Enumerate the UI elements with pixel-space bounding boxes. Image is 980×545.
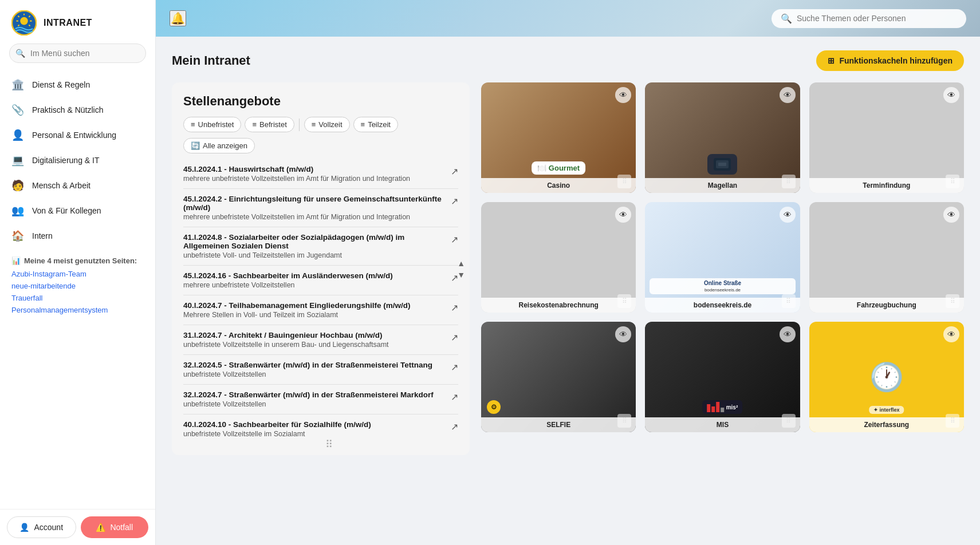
job-title: 40.l.2024.10 - Sachbearbeiter für Sozial… <box>183 420 371 429</box>
account-icon: 👤 <box>19 523 29 532</box>
job-info: 32.l.2024.5 - Straßenwärter (m/w/d) in d… <box>183 361 432 378</box>
svg-point-2 <box>20 17 28 25</box>
job-external-link-icon[interactable]: ↗ <box>451 196 458 207</box>
show-all-button[interactable]: 🔄 Alle anzeigen <box>183 138 255 153</box>
filter-btn-befristet[interactable]: ≡ Befristet <box>245 117 294 132</box>
topbar-search-input[interactable] <box>797 14 957 23</box>
tile-hide-button-selfie[interactable]: 👁 <box>615 326 631 342</box>
filter-icon: ≡ <box>252 120 257 129</box>
sidebar-search-wrap: 🔍 <box>9 44 146 63</box>
tile-magellan[interactable]: 👁 ⠿ Magellan <box>645 82 800 193</box>
sidebar-quick-link[interactable]: Azubi-Instagram-Team <box>11 268 144 279</box>
nav-icon-mensch: 🧑 <box>11 179 24 192</box>
job-subtitle: unbefristete Vollzeitstelle in unserem B… <box>183 341 389 349</box>
tile-hide-button-bodensee[interactable]: 👁 <box>780 207 796 223</box>
tile-casino[interactable]: 🍽️ Gourmet 👁 ⠿ Casino <box>481 82 636 193</box>
job-external-link-icon[interactable]: ↗ <box>451 332 458 343</box>
job-list-item: 45.l.2024.2 - Einrichtungsleitung für un… <box>183 189 458 227</box>
add-tile-label: Funktionskacheln hinzufügen <box>839 56 953 65</box>
sidebar-item-dienst[interactable]: 🏛️ Dienst & Regeln <box>0 72 155 97</box>
sidebar-item-personal[interactable]: 👤 Personal & Entwicklung <box>0 123 155 148</box>
sidebar-section-title: 📊 Meine 4 meist genutzten Seiten: <box>11 256 144 265</box>
job-subtitle: Mehrere Stellen in Voll- und Teilzeit im… <box>183 311 411 319</box>
add-tile-button[interactable]: ⊞ Funktionskacheln hinzufügen <box>816 50 964 71</box>
job-title: 32.l.2024.5 - Straßenwärter (m/w/d) in d… <box>183 361 432 369</box>
job-external-link-icon[interactable]: ↗ <box>451 302 458 313</box>
tile-hide-button-reisekostenabrechnung[interactable]: 👁 <box>615 207 631 223</box>
tile-label-zeiterfassung: Zeiterfassung <box>809 417 964 432</box>
tiles-grid: 🍽️ Gourmet 👁 ⠿ Casino 👁 ⠿ Magellan 👁 ⠿ T… <box>481 82 964 432</box>
tile-label-mis: MIS <box>645 417 800 432</box>
job-subtitle: mehrere unbefristete Vollzeitstellen im … <box>183 213 446 221</box>
job-external-link-icon[interactable]: ↗ <box>451 392 458 402</box>
job-list-item: 32.l.2024.7 - Straßenwärter (m/w/d) in d… <box>183 385 458 414</box>
app-name: INTRANET <box>44 18 92 28</box>
tile-hide-button-magellan[interactable]: 👁 <box>780 87 796 103</box>
account-button[interactable]: 👤 Account <box>7 516 76 538</box>
sidebar-search-icon: 🔍 <box>15 49 25 58</box>
tile-hide-button-mis[interactable]: 👁 <box>780 326 796 342</box>
job-subtitle: unbefristete Vollzeitstelle im Sozialamt <box>183 430 371 438</box>
nav-label-von-kollegen: Von & Für Kollegen <box>32 206 101 215</box>
job-list-item: 40.l.2024.7 - Teilhabemanagement Einglie… <box>183 295 458 325</box>
tile-label-fahrzeugbuchung: Fahrzeugbuchung <box>809 298 964 313</box>
sidebar-search-input[interactable] <box>9 44 146 63</box>
sidebar-item-mensch[interactable]: 🧑 Mensch & Arbeit <box>0 173 155 198</box>
svg-line-7 <box>18 16 19 17</box>
sidebar-item-intern[interactable]: 🏠 Intern <box>0 223 155 248</box>
page-header: Mein Intranet ⊞ Funktionskacheln hinzufü… <box>172 50 964 71</box>
notification-bell-button[interactable]: 🔔 <box>170 10 186 26</box>
jobs-scroll-indicator: ▲ ▼ <box>457 259 465 279</box>
filter-separator <box>299 119 300 131</box>
tile-reisekostenabrechnung[interactable]: 👁 ⠿ Reisekostenabrechnung <box>481 202 636 313</box>
job-list-item: 45.l.2024.1 - Hauswirtschaft (m/w/d) meh… <box>183 159 458 189</box>
job-external-link-icon[interactable]: ↗ <box>451 421 458 432</box>
sidebar-quick-link[interactable]: Trauerfall <box>11 293 144 303</box>
tile-hide-button-zeiterfassung[interactable]: 👁 <box>943 326 959 342</box>
tile-hide-button-casino[interactable]: 👁 <box>615 87 631 103</box>
drag-handle[interactable]: ⠿ <box>325 438 333 451</box>
tile-selfie[interactable]: ⚙ 👁 ⠿ SELFIE <box>481 322 636 432</box>
filter-btn-vollzeit[interactable]: ≡ Vollzeit <box>304 117 350 132</box>
sidebar-quick-link[interactable]: Personalmanagementsystem <box>11 305 144 315</box>
scroll-up-arrow[interactable]: ▲ <box>457 259 465 268</box>
nav-label-mensch: Mensch & Arbeit <box>32 181 90 190</box>
tile-hide-button-terminfindung[interactable]: 👁 <box>943 87 959 103</box>
sidebar-item-von-kollegen[interactable]: 👥 Von & Für Kollegen <box>0 198 155 223</box>
tile-bodensee[interactable]: Online Straßebodenseekreis.de 👁 ⠿ bodens… <box>645 202 800 313</box>
job-external-link-icon[interactable]: ↗ <box>451 234 458 245</box>
scroll-down-arrow[interactable]: ▼ <box>457 270 465 279</box>
svg-line-6 <box>29 25 30 26</box>
jobs-card-title: Stellenangebote <box>183 94 458 109</box>
job-external-link-icon[interactable]: ↗ <box>451 166 458 177</box>
tile-fahrzeugbuchung[interactable]: 👁 ⠿ Fahrzeugbuchung <box>809 202 964 313</box>
tile-terminfindung[interactable]: 👁 ⠿ Terminfindung <box>809 82 964 193</box>
nav-icon-digitalisierung: 💻 <box>11 154 24 167</box>
main-grid: Stellenangebote ≡ Unbefristet≡ Befristet… <box>172 82 964 455</box>
notfall-button[interactable]: ⚠️ Notfall <box>81 516 149 538</box>
job-info: 40.l.2024.10 - Sachbearbeiter für Sozial… <box>183 420 371 438</box>
tile-hide-button-fahrzeugbuchung[interactable]: 👁 <box>943 207 959 223</box>
sidebar-item-praktisch[interactable]: 📎 Praktisch & Nützlich <box>0 97 155 123</box>
svg-line-9 <box>18 25 19 26</box>
filter-btn-unbefristet[interactable]: ≡ Unbefristet <box>183 117 241 132</box>
nav-label-personal: Personal & Entwicklung <box>32 131 116 140</box>
tile-mis[interactable]: mis² 👁 ⠿ MIS <box>645 322 800 432</box>
job-subtitle: mehrere unbefristete Vollzeitstellen <box>183 281 393 289</box>
sidebar-quick-link[interactable]: neue-mitarbeitende <box>11 281 144 291</box>
nav-label-praktisch: Praktisch & Nützlich <box>32 105 103 114</box>
sidebar: INTRANET 🔍 🏛️ Dienst & Regeln 📎 Praktisc… <box>0 0 156 545</box>
sidebar-item-digitalisierung[interactable]: 💻 Digitalisierung & IT <box>0 148 155 173</box>
tile-zeiterfassung[interactable]: 🕐 ✦ interflex 👁 ⠿ Zeiterfassung <box>809 322 964 432</box>
job-external-link-icon[interactable]: ↗ <box>451 362 458 373</box>
job-subtitle: unbefristete Voll- und Teilzeitstellen i… <box>183 251 446 259</box>
topbar-search-wrap: 🔍 <box>772 9 966 28</box>
job-info: 45.l.2024.2 - Einrichtungsleitung für un… <box>183 195 446 221</box>
notfall-icon: ⚠️ <box>96 523 105 532</box>
nav-label-intern: Intern <box>32 231 53 240</box>
sidebar-logo: INTRANET <box>0 0 155 44</box>
tile-label-terminfindung: Terminfindung <box>809 178 964 193</box>
job-list-item: 45.l.2024.16 - Sachbearbeiter im Ausländ… <box>183 266 458 295</box>
filter-btn-teilzeit[interactable]: ≡ Teilzeit <box>353 117 398 132</box>
refresh-icon: 🔄 <box>191 141 200 150</box>
